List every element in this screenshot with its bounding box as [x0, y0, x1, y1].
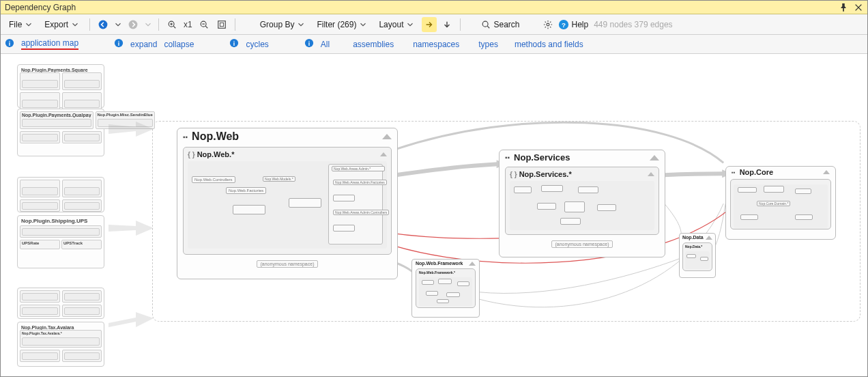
- node-nop-web[interactable]: ▪▪ Nop.Web { } Nop.Web.* Nop.Web.Control…: [177, 128, 398, 279]
- search-button[interactable]: Search: [481, 20, 519, 29]
- assembly-icon: ▪▪: [505, 154, 510, 161]
- chip-blank[interactable]: [740, 214, 758, 220]
- file-menu[interactable]: File: [5, 18, 38, 31]
- methods-fields-link[interactable]: methods and fields: [515, 40, 583, 49]
- chip-blank[interactable]: [738, 187, 757, 193]
- chip-blank[interactable]: [537, 203, 556, 210]
- plugin-thumb-1[interactable]: Nop.Plugin.Payments.Square: [17, 64, 104, 108]
- collapse-icon[interactable]: [382, 134, 392, 139]
- toolbar-links: i application map i expand collapse i cy…: [1, 35, 867, 54]
- plugin-thumb-2[interactable]: Nop.Plugin.Payments.Qualpay Nop.Plugin.M…: [17, 109, 104, 156]
- namespace-nop-services[interactable]: { } Nop.Services.*: [505, 167, 659, 235]
- chip-blank[interactable]: [764, 186, 784, 193]
- node-nop-services[interactable]: ▪▪ Nop.Services { } Nop.Services.* (anon…: [499, 150, 665, 257]
- pin-icon[interactable]: [839, 3, 848, 12]
- collapse-icon[interactable]: [650, 155, 659, 160]
- close-icon[interactable]: [854, 3, 863, 12]
- collapse-icon[interactable]: [648, 172, 654, 176]
- node-nop-core[interactable]: ▪▪ Nop.Core Nop.Core.Domain.*: [725, 166, 836, 240]
- types-link[interactable]: types: [478, 40, 498, 49]
- ns-label: Nop.Web.*: [197, 150, 235, 158]
- toolbar: File Export x1 Group By Filter (269) Lay…: [1, 14, 867, 35]
- groupby-menu[interactable]: Group By: [256, 18, 310, 31]
- layout-menu[interactable]: Layout: [375, 18, 419, 31]
- chip-blank[interactable]: [438, 279, 452, 284]
- chip-blank[interactable]: [446, 292, 460, 297]
- chip[interactable]: Nop.Core.Domain.*: [757, 201, 790, 206]
- help-button[interactable]: ? Help: [558, 19, 589, 30]
- chip-blank[interactable]: [437, 299, 449, 303]
- chip-blank[interactable]: [457, 281, 469, 286]
- chip[interactable]: Nop.Web.Areas.Admin.Factories: [333, 180, 387, 185]
- arrow-right-icon: [424, 20, 434, 29]
- layout-vertical-button[interactable]: [439, 17, 454, 32]
- fit-to-screen-button[interactable]: [214, 17, 229, 32]
- node-nop-data[interactable]: Nop.Data Nop.Data.*: [679, 233, 716, 278]
- layout-horizontal-button[interactable]: [422, 17, 437, 32]
- info-icon: i: [5, 38, 14, 50]
- collapse-link[interactable]: collapse: [164, 40, 194, 49]
- namespace-nop-web-framework[interactable]: Nop.Web.Framework.*: [416, 268, 476, 308]
- window-controls: [839, 3, 863, 12]
- chip-blank[interactable]: [514, 186, 532, 193]
- export-menu[interactable]: Export: [40, 18, 84, 31]
- chip-blank[interactable]: [560, 218, 581, 225]
- forward-button[interactable]: [126, 17, 141, 32]
- chip-blank[interactable]: [422, 280, 434, 285]
- namespace-nop-web[interactable]: { } Nop.Web.* Nop.Web.Controllers Nop.We…: [183, 147, 392, 255]
- plugin-ups[interactable]: Nop.Plugin.Shipping.UPS UPSRate UPSTrack: [17, 215, 104, 268]
- zoom-in-button[interactable]: [164, 17, 179, 32]
- application-map-link[interactable]: application map: [21, 38, 78, 50]
- back-dropdown[interactable]: [113, 17, 123, 32]
- chip-blank[interactable]: [597, 204, 616, 211]
- filter-menu[interactable]: Filter (269): [313, 18, 372, 31]
- all-link[interactable]: All: [321, 40, 330, 49]
- search-icon: [481, 20, 491, 29]
- zoom-level: x1: [182, 20, 194, 29]
- chip-blank[interactable]: [795, 214, 813, 220]
- chip-blank[interactable]: [541, 185, 563, 192]
- assemblies-link[interactable]: assemblies: [353, 40, 394, 49]
- chip[interactable]: Nop.Web.Controllers: [192, 176, 235, 183]
- chip-blank[interactable]: [289, 198, 321, 208]
- chip-blank[interactable]: [578, 186, 598, 193]
- chip-blank[interactable]: [700, 257, 708, 261]
- assembly-icon: ▪▪: [183, 133, 188, 141]
- back-button[interactable]: [96, 17, 111, 32]
- anon-namespace[interactable]: (anonymous namespace): [551, 240, 613, 248]
- namespace-nop-data[interactable]: Nop.Data.*: [682, 242, 712, 271]
- chip-blank[interactable]: [686, 254, 696, 258]
- plugin-thumb-3[interactable]: [17, 177, 104, 212]
- plugin-avalara[interactable]: Nop.Plugin.Tax.Avalara Nop.Plugin.Tax.Av…: [17, 322, 104, 367]
- chip[interactable]: Nop.Web.Models.*: [263, 176, 295, 182]
- collapse-icon[interactable]: [706, 236, 712, 240]
- namespace-nop-core[interactable]: Nop.Core.Domain.*: [730, 179, 831, 229]
- anon-namespace[interactable]: (anonymous namespace): [257, 260, 318, 268]
- chip-blank[interactable]: [333, 195, 355, 201]
- svg-text:i: i: [233, 40, 235, 47]
- plugin-thumb-4[interactable]: [17, 288, 104, 319]
- collapse-icon[interactable]: [469, 262, 476, 266]
- zoom-out-button[interactable]: [197, 17, 212, 32]
- chip-blank[interactable]: [333, 225, 355, 232]
- forward-dropdown[interactable]: [143, 17, 153, 32]
- cycles-link[interactable]: cycles: [246, 40, 268, 49]
- collapse-icon[interactable]: [380, 152, 387, 156]
- svg-point-6: [483, 21, 489, 27]
- chip[interactable]: Nop.Web.Areas.Admin.Controllers: [333, 210, 389, 215]
- chip[interactable]: Nop.Web.Factories: [226, 187, 266, 194]
- separator: [235, 18, 235, 31]
- graph-canvas[interactable]: Nop.Plugin.Payments.Square Nop.Plugin.Pa…: [1, 54, 867, 376]
- chip-blank[interactable]: [233, 205, 265, 214]
- node-nop-web-framework[interactable]: Nop.Web.Framework Nop.Web.Framework.*: [411, 259, 480, 318]
- assembly-icon: ▪▪: [732, 169, 736, 176]
- node-title: Nop.Web.Framework: [416, 261, 463, 266]
- chip-blank[interactable]: [426, 291, 438, 296]
- chip[interactable]: Nop.Web.Areas.Admin.*: [332, 166, 385, 171]
- collapse-icon[interactable]: [823, 170, 830, 174]
- chip-blank[interactable]: [564, 201, 585, 212]
- chip-blank[interactable]: [795, 188, 811, 194]
- settings-button[interactable]: [540, 17, 555, 32]
- namespaces-link[interactable]: namespaces: [413, 40, 459, 49]
- expand-link[interactable]: expand: [130, 40, 157, 49]
